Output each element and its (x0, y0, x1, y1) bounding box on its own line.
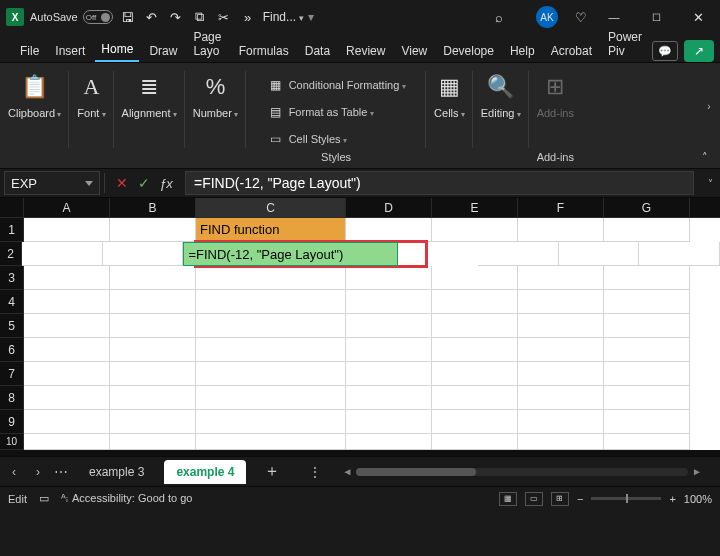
tab-draw[interactable]: Draw (143, 40, 183, 62)
row-header[interactable]: 4 (0, 290, 24, 314)
cell[interactable] (24, 290, 110, 314)
cell[interactable] (103, 242, 184, 266)
cell[interactable] (24, 314, 110, 338)
accessibility-status[interactable]: ᴬᵢAccessibility: Good to go (61, 492, 192, 505)
addins-button[interactable]: ⊞ Add-ins (537, 69, 574, 119)
ribbon-overflow-button[interactable]: › (698, 63, 720, 149)
cell[interactable] (518, 290, 604, 314)
cell-C2-editing[interactable]: =FIND(-12, "Page Layout") (183, 242, 397, 266)
row-header[interactable]: 1 (0, 218, 24, 242)
cell[interactable] (432, 218, 518, 242)
cell[interactable] (518, 434, 604, 450)
cell[interactable] (518, 410, 604, 434)
cell[interactable] (518, 362, 604, 386)
avatar[interactable]: AK (536, 6, 558, 28)
cell[interactable] (24, 434, 110, 450)
tab-home[interactable]: Home (95, 38, 139, 62)
cell[interactable] (196, 362, 346, 386)
undo-icon[interactable]: ↶ (143, 8, 161, 26)
cell[interactable] (24, 386, 110, 410)
cell[interactable] (346, 266, 432, 290)
tab-insert[interactable]: Insert (49, 40, 91, 62)
row-header[interactable]: 7 (0, 362, 24, 386)
sheet-options-icon[interactable]: ⋮ (308, 464, 322, 480)
row-header[interactable]: 10 (0, 434, 24, 450)
cell[interactable] (518, 218, 604, 242)
zoom-level[interactable]: 100% (684, 493, 712, 505)
toggle-off-icon[interactable]: Off (83, 10, 113, 24)
cell[interactable] (432, 338, 518, 362)
tab-developer[interactable]: Develope (437, 40, 500, 62)
cell[interactable] (110, 218, 196, 242)
cell[interactable] (346, 362, 432, 386)
zoom-out-button[interactable]: − (577, 493, 583, 505)
cell[interactable] (518, 338, 604, 362)
sheet-tab-example-4[interactable]: example 4 (164, 460, 246, 484)
share-button[interactable]: ↗ (684, 40, 714, 62)
cell[interactable] (196, 410, 346, 434)
select-all-corner[interactable] (0, 198, 24, 217)
cell[interactable] (24, 218, 110, 242)
cell[interactable] (24, 410, 110, 434)
col-F[interactable]: F (518, 198, 604, 217)
title-search[interactable]: Find... ▾ (263, 10, 314, 24)
scroll-right-icon[interactable]: ► (688, 466, 706, 477)
cell[interactable] (24, 362, 110, 386)
cell[interactable] (604, 362, 690, 386)
close-button[interactable]: ✕ (680, 0, 716, 34)
cell[interactable] (432, 266, 518, 290)
cell[interactable] (110, 338, 196, 362)
zoom-slider[interactable] (591, 497, 661, 500)
cell[interactable] (22, 242, 103, 266)
lightbulb-icon[interactable]: ♡ (572, 8, 590, 26)
cell[interactable] (432, 434, 518, 450)
cell[interactable] (478, 242, 559, 266)
cell[interactable] (639, 242, 720, 266)
spreadsheet-grid[interactable]: A B C D E F G 1 FIND function 2 =FIND(-1… (0, 198, 720, 456)
cell[interactable] (196, 290, 346, 314)
cell[interactable] (604, 386, 690, 410)
cell[interactable] (346, 434, 432, 450)
cell[interactable] (24, 338, 110, 362)
tab-help[interactable]: Help (504, 40, 541, 62)
cell[interactable] (346, 410, 432, 434)
cell[interactable] (432, 314, 518, 338)
editing-button[interactable]: 🔍 Editing (481, 69, 521, 119)
row-header[interactable]: 8 (0, 386, 24, 410)
cell[interactable] (346, 386, 432, 410)
save-icon[interactable]: 🖫 (119, 8, 137, 26)
cell[interactable] (518, 386, 604, 410)
row-header[interactable]: 5 (0, 314, 24, 338)
sheet-nav-next[interactable]: › (30, 465, 46, 479)
number-button[interactable]: % Number (193, 69, 238, 119)
horizontal-scrollbar[interactable]: ◄ ► (338, 466, 706, 478)
row-header[interactable]: 6 (0, 338, 24, 362)
page-break-view-button[interactable]: ⊞ (551, 492, 569, 506)
col-G[interactable]: G (604, 198, 690, 217)
collapse-ribbon-button[interactable]: ˄ (694, 148, 716, 166)
cell[interactable] (559, 242, 640, 266)
cell[interactable] (604, 218, 690, 242)
cell[interactable] (432, 362, 518, 386)
name-box[interactable]: EXP (4, 171, 100, 195)
copy-icon[interactable]: ⧉ (191, 8, 209, 26)
cell[interactable] (110, 314, 196, 338)
cell[interactable] (346, 290, 432, 314)
cell[interactable] (604, 434, 690, 450)
redo-icon[interactable]: ↷ (167, 8, 185, 26)
cell[interactable] (110, 266, 196, 290)
col-C[interactable]: C (196, 198, 346, 217)
conditional-formatting-button[interactable]: ▦ Conditional Formatting (267, 73, 406, 97)
sheet-list-menu[interactable]: ⋯ (54, 464, 69, 480)
tab-view[interactable]: View (395, 40, 433, 62)
font-button[interactable]: A Font (77, 69, 105, 119)
cut-icon[interactable]: ✂ (215, 8, 233, 26)
cell[interactable] (604, 338, 690, 362)
cell-styles-button[interactable]: ▭ Cell Styles (267, 127, 406, 151)
row-header[interactable]: 9 (0, 410, 24, 434)
col-D[interactable]: D (346, 198, 432, 217)
normal-view-button[interactable]: ▦ (499, 492, 517, 506)
scroll-left-icon[interactable]: ◄ (338, 466, 356, 477)
expand-formula-bar-button[interactable]: ˅ (700, 178, 720, 189)
tab-formulas[interactable]: Formulas (233, 40, 295, 62)
